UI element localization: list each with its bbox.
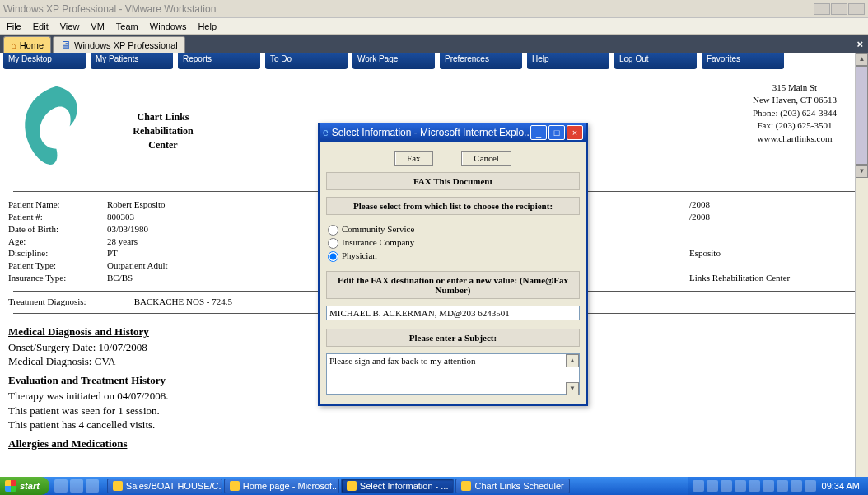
menu-vm[interactable]: VM (91, 21, 105, 31)
task-sales[interactable]: Sales/BOAT HOUSE/C... (107, 479, 222, 493)
menu-view[interactable]: View (60, 21, 80, 31)
ql-desktop-icon[interactable] (70, 479, 83, 493)
tray-icon[interactable] (763, 480, 774, 492)
tray-icon[interactable] (749, 480, 760, 492)
subject-input[interactable] (326, 353, 580, 395)
value-patient-name: Robert Esposito (107, 198, 166, 211)
recipient-radios: Community Service Insurance Company Phys… (326, 222, 580, 271)
nav-help[interactable]: Help (527, 53, 609, 69)
nav-preferences[interactable]: Preferences (440, 53, 522, 69)
menu-team[interactable]: Team (116, 21, 138, 31)
nav-log-out[interactable]: Log Out (614, 53, 697, 69)
task-label: Home page - Microsof... (243, 481, 339, 491)
home-icon: ⌂ (11, 40, 16, 50)
menu-help[interactable]: Help (198, 21, 217, 31)
task-home-page[interactable]: Home page - Microsof... (224, 479, 339, 493)
minimize-icon[interactable] (814, 3, 830, 15)
tab-xp-label: Windows XP Professional (74, 40, 178, 50)
label-patient-num: Patient #: (8, 211, 107, 223)
label-dob: Date of Birth: (8, 223, 107, 236)
value-insurance: BC/BS (107, 272, 133, 284)
radio-physician[interactable]: Physician (328, 250, 578, 263)
modal-close-icon[interactable]: × (567, 125, 583, 140)
tray-icon[interactable] (777, 480, 788, 492)
contact-web: www.chartlinks.com (753, 133, 837, 145)
scroll-thumb[interactable] (856, 66, 868, 165)
modal-heading-fax: FAX This Document (326, 172, 580, 190)
value-right-date2: /2008 (689, 211, 710, 223)
center-name: Chart Links Rehabilitation Center (97, 77, 229, 184)
textarea-scrollbar[interactable]: ▲▼ (566, 354, 579, 395)
ql-app-icon[interactable] (86, 479, 99, 493)
monitor-icon: 🖥 (60, 39, 71, 51)
start-button[interactable]: start (0, 477, 49, 495)
system-tray: 09:34 AM (688, 477, 868, 495)
tab-close-icon[interactable]: × (856, 38, 863, 50)
xp-taskbar: start Sales/BOAT HOUSE/C... Home page - … (0, 477, 868, 495)
menu-file[interactable]: File (7, 21, 21, 31)
vmware-menubar: File Edit View VM Team Windows Help (0, 18, 868, 35)
radio-insurance-label: Insurance Company (342, 237, 414, 247)
nav-favorites[interactable]: Favorites (702, 53, 784, 69)
tray-icon[interactable] (721, 480, 732, 492)
value-right-center: Links Rehabilitation Center (689, 272, 790, 284)
menu-edit[interactable]: Edit (33, 21, 49, 31)
ie-icon: e (323, 127, 329, 138)
ie-icon (347, 481, 357, 491)
page-scrollbar[interactable]: ▲ ▼ (855, 53, 868, 477)
guest-viewport: My Desktop My Patients Reports To Do Wor… (0, 53, 868, 477)
nav-reports[interactable]: Reports (178, 53, 260, 69)
tray-icon[interactable] (707, 480, 718, 492)
modal-heading-subject: Please enter a Subject: (326, 329, 580, 347)
tray-icon[interactable] (791, 480, 802, 492)
vmware-tabs: ⌂Home 🖥Windows XP Professional × (0, 35, 868, 53)
modal-titlebar[interactable]: e Select Information - Microsoft Interne… (320, 123, 586, 142)
tray-icon[interactable] (805, 480, 816, 492)
fax-button[interactable]: Fax (394, 151, 433, 166)
menu-windows[interactable]: Windows (150, 21, 187, 31)
tab-xp[interactable]: 🖥Windows XP Professional (53, 36, 185, 53)
nav-my-patients[interactable]: My Patients (91, 53, 173, 69)
center-line3: Center (97, 138, 229, 152)
center-line1: Chart Links (97, 110, 229, 124)
fax-modal: e Select Information - Microsoft Interne… (318, 123, 588, 406)
task-label: Sales/BOAT HOUSE/C... (126, 481, 222, 491)
task-scheduler[interactable]: Chart Links Scheduler (455, 479, 569, 493)
fax-destination-input[interactable] (326, 306, 580, 320)
nav-my-desktop[interactable]: My Desktop (3, 53, 86, 69)
contact-block: 315 Main St New Haven, CT 06513 Phone: (… (753, 77, 861, 184)
value-age: 28 years (107, 236, 138, 248)
modal-heading-select: Please select from which list to choose … (326, 197, 580, 215)
radio-community[interactable]: Community Service (328, 223, 578, 236)
nav-to-do[interactable]: To Do (265, 53, 348, 69)
label-discipline: Discipline: (8, 247, 107, 259)
nav-work-page[interactable]: Work Page (352, 53, 435, 69)
scroll-down-icon[interactable]: ▼ (566, 382, 579, 395)
windows-logo-icon (5, 480, 16, 492)
tab-home[interactable]: ⌂Home (3, 36, 51, 53)
tray-icon[interactable] (735, 480, 746, 492)
quick-launch (49, 477, 104, 495)
task-select-info[interactable]: Select Information - ... (341, 479, 455, 493)
task-label: Select Information - ... (360, 481, 449, 491)
value-patient-type: Outpatient Adult (107, 259, 168, 272)
text-cancelled: This patient has 4 cancelled visits. (8, 418, 860, 432)
label-patient-type: Patient Type: (8, 259, 107, 272)
maximize-icon[interactable] (831, 3, 847, 15)
scroll-up-icon[interactable]: ▲ (856, 53, 868, 66)
modal-maximize-icon[interactable]: □ (548, 125, 565, 140)
vmware-window-controls (814, 3, 865, 15)
tray-icon[interactable] (693, 480, 704, 492)
modal-minimize-icon[interactable]: _ (530, 125, 547, 140)
clock[interactable]: 09:34 AM (819, 481, 863, 491)
value-right-date1: /2008 (689, 198, 710, 211)
modal-title-text: Select Information - Microsoft Internet … (332, 127, 530, 138)
vmware-titlebar: Windows XP Professional - VMware Worksta… (0, 0, 868, 18)
scroll-down-icon[interactable]: ▼ (856, 165, 868, 178)
radio-insurance[interactable]: Insurance Company (328, 236, 578, 250)
cancel-button[interactable]: Cancel (461, 151, 511, 166)
ql-ie-icon[interactable] (54, 479, 68, 493)
close-icon[interactable] (848, 3, 865, 15)
modal-body: Fax Cancel FAX This Document Please sele… (320, 142, 586, 404)
scroll-up-icon[interactable]: ▲ (566, 354, 579, 367)
